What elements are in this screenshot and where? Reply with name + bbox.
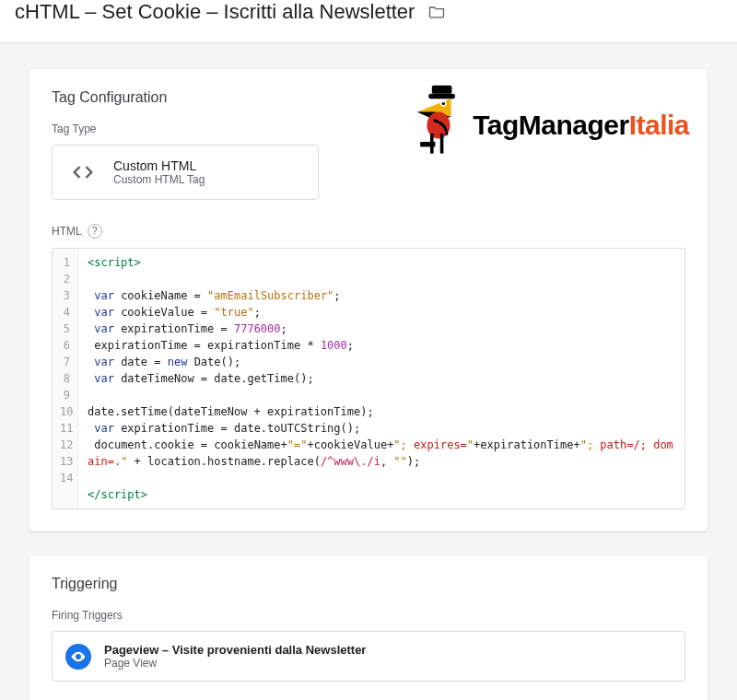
tag-config-card[interactable]: Tag Configuration TagManagerItalia Tag T… <box>29 69 708 531</box>
triggering-card[interactable]: Triggering Firing Triggers Pageview – Vi… <box>29 555 708 700</box>
tag-type-label: Tag Type <box>52 122 685 135</box>
code-icon <box>67 157 99 188</box>
html-field-label: HTML ? <box>52 224 102 239</box>
tag-type-sub: Custom HTML Tag <box>113 173 205 186</box>
code-body[interactable]: <script> var cookieName = "amEmailSubscr… <box>78 249 684 508</box>
folder-icon[interactable] <box>427 3 446 21</box>
trigger-type: Page View <box>104 657 366 670</box>
svg-point-8 <box>77 655 80 658</box>
svg-point-4 <box>442 102 445 105</box>
tag-type-name: Custom HTML <box>113 158 205 173</box>
html-code-editor[interactable]: 1234567891011121314 <script> var cookieN… <box>52 248 685 509</box>
pageview-icon <box>65 644 91 670</box>
firing-triggers-label: Firing Triggers <box>52 609 685 622</box>
trigger-name: Pageview – Visite provenienti dalla News… <box>104 643 366 657</box>
help-icon[interactable]: ? <box>88 224 102 239</box>
svg-rect-1 <box>428 94 455 99</box>
trigger-row[interactable]: Pageview – Visite provenienti dalla News… <box>52 631 685 682</box>
tag-type-selector[interactable]: Custom HTML Custom HTML Tag <box>52 145 319 200</box>
page-title: cHTML – Set Cookie – Iscritti alla Newsl… <box>15 0 415 24</box>
svg-rect-0 <box>432 86 452 94</box>
section-title-triggering: Triggering <box>52 576 685 592</box>
code-gutter: 1234567891011121314 <box>53 249 78 508</box>
